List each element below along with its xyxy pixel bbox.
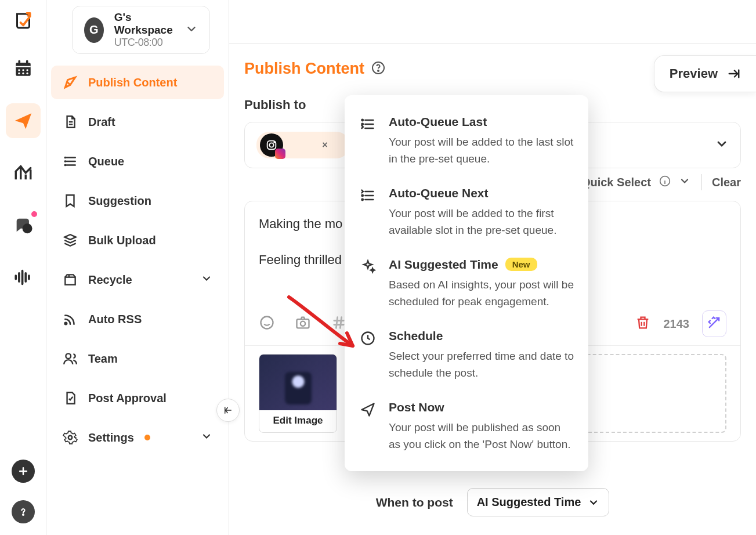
chevron-down-icon[interactable] [679, 175, 690, 190]
svg-rect-1 [16, 66, 31, 67]
menu-item-title: Post Now [389, 400, 574, 414]
menu-item-title-text: AI Suggested Time [389, 258, 498, 272]
svg-point-27 [301, 321, 305, 326]
menu-item-desc: Your post will be added to the first ava… [389, 205, 574, 239]
account-chip[interactable]: × [256, 132, 349, 158]
nav-post-approval[interactable]: Post Approval [51, 381, 224, 415]
nav-settings[interactable]: Settings [51, 421, 224, 454]
svg-point-29 [362, 124, 363, 125]
nav-auto-rss[interactable]: Auto RSS [51, 302, 224, 336]
svg-point-31 [362, 199, 363, 200]
menu-post-now[interactable]: Post Now Your post will be published as … [356, 395, 578, 456]
svg-point-6 [22, 73, 24, 74]
platform-badge-icon [275, 149, 285, 159]
rail-calendar-icon[interactable] [6, 51, 41, 86]
edit-image-button[interactable]: Edit Image [259, 410, 337, 432]
new-badge: New [505, 258, 537, 271]
when-to-post-label: When to post [376, 496, 453, 509]
emoji-icon[interactable] [259, 315, 275, 333]
thumbnail-image [259, 355, 337, 410]
send-icon [357, 400, 378, 453]
help-button[interactable] [12, 500, 35, 523]
preview-label: Preview [670, 66, 718, 81]
svg-point-10 [22, 223, 32, 233]
preview-button[interactable]: Preview [654, 55, 756, 92]
nav-label: Publish Content [88, 76, 177, 89]
chevron-down-icon[interactable] [715, 137, 729, 153]
nav-draft[interactable]: Draft [51, 105, 224, 139]
add-button[interactable] [12, 460, 35, 483]
clock-icon [357, 329, 378, 382]
page-title: Publish Content [244, 60, 364, 78]
rail-analytics-icon[interactable] [6, 156, 41, 190]
camera-icon[interactable] [295, 315, 311, 333]
nav-queue[interactable]: Queue [51, 144, 224, 178]
nav-publish-content[interactable]: Publish Content [51, 66, 224, 99]
workspace-avatar: G [84, 17, 104, 43]
when-selected-value: AI Suggested Time [477, 496, 581, 509]
sidebar-nav: Publish Content Draft Queue Suggestion B… [51, 66, 224, 454]
nav-label: Queue [88, 155, 124, 168]
nav-bulk-upload[interactable]: Bulk Upload [51, 223, 224, 257]
menu-schedule[interactable]: Schedule Select your preferred time and … [356, 323, 578, 395]
svg-rect-26 [297, 319, 309, 328]
nav-label: Recycle [88, 273, 132, 287]
menu-item-desc: Your post will be added to the last slot… [389, 133, 574, 168]
rail-publish-icon[interactable] [6, 103, 41, 138]
svg-point-16 [65, 323, 67, 324]
svg-point-22 [269, 143, 273, 147]
sidebar: G G's Workspace UTC-08:00 Publish Conten… [46, 0, 229, 535]
queue-last-icon [357, 115, 378, 168]
info-icon[interactable] [659, 175, 671, 190]
svg-rect-9 [26, 60, 28, 64]
svg-point-17 [66, 353, 71, 359]
workspace-name: G's Workspace [114, 11, 175, 37]
nav-suggestion[interactable]: Suggestion [51, 184, 224, 218]
schedule-options-menu: Auto-Queue Last Your post will be added … [345, 95, 588, 471]
when-to-post-select[interactable]: AI Suggested Time [467, 488, 610, 516]
svg-point-25 [261, 317, 273, 329]
quick-select-button[interactable]: Quick Select [581, 176, 651, 189]
svg-point-5 [18, 73, 20, 74]
remove-chip-icon[interactable]: × [318, 138, 332, 152]
nav-label: Suggestion [88, 194, 151, 208]
when-to-post-row: When to post AI Suggested Time [244, 488, 741, 516]
nav-recycle[interactable]: Recycle [51, 263, 224, 297]
svg-point-13 [65, 161, 66, 161]
ai-assist-icon[interactable] [702, 310, 726, 337]
image-thumbnail[interactable]: × Edit Image [259, 354, 337, 433]
chevron-down-icon [185, 23, 198, 38]
delete-icon[interactable] [635, 315, 651, 333]
nav-team[interactable]: Team [51, 342, 224, 375]
svg-rect-8 [18, 60, 20, 64]
menu-ai-suggested-time[interactable]: AI Suggested Time New Based on AI insigh… [356, 252, 578, 323]
menu-item-title: Auto-Queue Last [389, 115, 574, 129]
char-count: 2143 [664, 317, 690, 331]
svg-point-4 [26, 69, 28, 71]
menu-item-title: Auto-Queue Next [389, 186, 574, 200]
rail-audio-icon[interactable] [6, 260, 41, 295]
collapse-sidebar-button[interactable] [216, 399, 240, 422]
workspace-timezone: UTC-08:00 [114, 37, 175, 49]
menu-auto-queue-last[interactable]: Auto-Queue Last Your post will be added … [356, 109, 578, 180]
svg-point-28 [362, 120, 363, 121]
menu-auto-queue-next[interactable]: Auto-Queue Next Your post will be added … [356, 180, 578, 252]
help-icon[interactable] [371, 61, 385, 77]
icon-rail [0, 0, 46, 535]
nav-label: Draft [88, 115, 115, 129]
menu-item-title: AI Suggested Time New [389, 258, 574, 272]
nav-label: Post Approval [88, 392, 167, 405]
svg-rect-15 [65, 277, 75, 285]
chevron-down-icon [201, 431, 212, 445]
menu-item-title: Schedule [389, 329, 574, 343]
instagram-icon [260, 133, 283, 157]
chevron-down-icon [201, 273, 212, 287]
svg-point-3 [22, 69, 24, 71]
svg-point-20 [378, 70, 379, 71]
workspace-selector[interactable]: G G's Workspace UTC-08:00 [72, 6, 210, 54]
rail-conversations-icon[interactable] [6, 208, 41, 243]
nav-label: Settings [88, 431, 134, 444]
clear-button[interactable]: Clear [712, 176, 741, 189]
menu-item-desc: Your post will be published as soon as y… [389, 419, 574, 453]
svg-point-11 [23, 514, 24, 515]
